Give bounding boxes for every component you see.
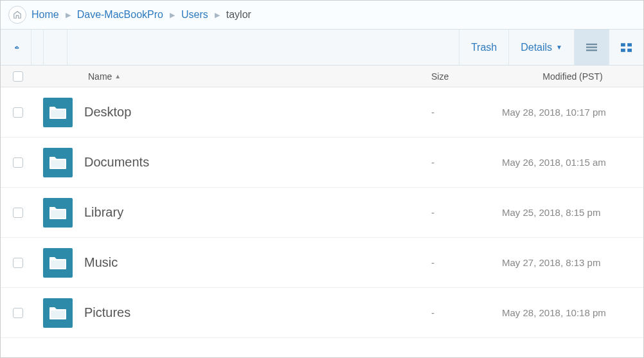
select-all-checkbox[interactable] [13,71,23,82]
upload-button[interactable] [8,30,31,66]
row-modified: May 25, 2018, 8:15 pm [502,207,643,218]
row-modified: May 26, 2018, 01:15 am [502,157,643,168]
view-list-button[interactable] [574,30,609,65]
row-name: Documents [84,155,431,170]
row-checkbox[interactable] [13,308,23,318]
home-icon [13,10,22,19]
svg-rect-4 [627,43,632,46]
row-name: Library [84,205,431,220]
cloud-upload-icon [15,39,19,56]
breadcrumb-item-device[interactable]: Dave-MacBookPro [77,9,163,21]
toolbar: Trash Details ▼ [1,30,643,66]
svg-rect-3 [621,43,625,46]
row-name: Music [84,255,431,270]
column-name-label: Name [88,71,112,82]
row-size: - [431,207,502,218]
table-row[interactable]: Library - May 25, 2018, 8:15 pm [1,188,643,238]
row-modified: May 27, 2018, 8:13 pm [502,257,643,268]
details-dropdown[interactable]: Details ▼ [508,30,574,65]
row-checkbox[interactable] [13,157,23,168]
folder-icon [43,248,73,278]
row-checkbox[interactable] [13,107,23,118]
sort-asc-icon: ▲ [114,73,121,80]
column-header-modified[interactable]: Modified (PST) [502,71,643,82]
row-checkbox[interactable] [13,208,23,218]
chevron-right-icon: ▶ [168,11,176,19]
table-row[interactable]: Music - May 27, 2018, 8:13 pm [1,238,643,288]
row-checkbox[interactable] [13,258,23,268]
list-view-icon [586,42,597,53]
row-name: Desktop [84,105,431,120]
details-label: Details [521,42,552,53]
breadcrumb-item-users[interactable]: Users [181,9,208,21]
breadcrumb: Home ▶ Dave-MacBookPro ▶ Users ▶ taylor [1,1,643,30]
row-size: - [431,257,502,268]
column-header-size[interactable]: Size [431,71,502,82]
table-row[interactable]: Desktop - May 28, 2018, 10:17 pm [1,87,643,138]
folder-icon [43,98,73,127]
view-grid-button[interactable] [609,30,643,65]
svg-rect-5 [621,48,625,51]
chevron-right-icon: ▶ [64,11,72,19]
grid-view-icon [621,42,632,53]
svg-rect-2 [586,49,597,51]
caret-down-icon: ▼ [556,44,562,51]
svg-rect-6 [627,48,632,51]
table-header: Name ▲ Size Modified (PST) [1,66,643,87]
breadcrumb-item-home[interactable]: Home [31,9,59,21]
row-size: - [431,107,502,118]
row-size: - [431,307,502,318]
folder-icon [43,148,73,177]
folder-icon [43,198,73,228]
home-button[interactable] [8,6,26,24]
row-modified: May 28, 2018, 10:18 pm [502,307,643,318]
column-header-name[interactable]: Name ▲ [35,71,431,82]
chevron-right-icon: ▶ [213,11,221,19]
row-size: - [431,157,502,168]
svg-rect-0 [586,43,597,44]
folder-icon [43,298,73,328]
row-modified: May 28, 2018, 10:17 pm [502,107,643,118]
table-row[interactable]: Pictures - May 28, 2018, 10:18 pm [1,288,643,338]
svg-rect-1 [586,46,597,48]
breadcrumb-item-current: taylor [226,9,251,21]
table-row[interactable]: Documents - May 26, 2018, 01:15 am [1,138,643,188]
new-folder-button[interactable] [43,30,67,66]
row-name: Pictures [84,305,431,320]
trash-label: Trash [471,42,497,53]
trash-button[interactable]: Trash [459,30,508,65]
